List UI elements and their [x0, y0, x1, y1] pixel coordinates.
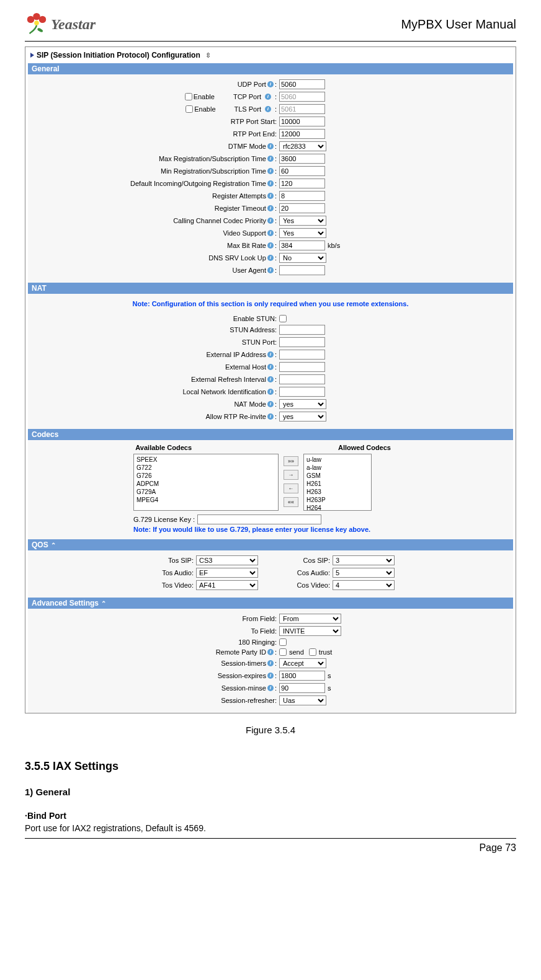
remove-button[interactable]: ←	[284, 483, 298, 493]
label: Enable STUN:	[233, 316, 277, 322]
video-select[interactable]: Yes	[279, 228, 326, 238]
codec-item[interactable]: G729A	[136, 488, 275, 496]
cos-sip-select[interactable]: 3	[333, 555, 395, 565]
adv-body: From Field:From To Field:INVITE 180 Ring…	[28, 609, 513, 713]
rpid-trust-checkbox[interactable]	[309, 648, 316, 656]
reg-att-input[interactable]	[279, 191, 325, 201]
from-field-select[interactable]: From	[279, 614, 341, 624]
codec-item[interactable]: a-law	[306, 464, 369, 472]
nat-bar: NAT	[28, 283, 513, 294]
ext-refresh-input[interactable]	[279, 374, 325, 384]
cos-video-select[interactable]: 4	[333, 580, 395, 590]
info-icon: i	[267, 660, 274, 666]
tos-video-select[interactable]: AF41	[196, 580, 258, 590]
row-sess-minse: Session-minsei:s	[34, 682, 507, 694]
label: Tos Video:	[146, 581, 196, 589]
local-net-input[interactable]	[279, 387, 325, 397]
label: Session-timers	[221, 660, 266, 667]
label: Cos Audio:	[283, 569, 333, 576]
flower-icon	[25, 12, 48, 36]
sess-refresh-select[interactable]: Uas	[279, 695, 326, 705]
codec-item[interactable]: MPEG4	[136, 496, 275, 504]
tos-sip-select[interactable]: CS3	[196, 555, 258, 565]
tcp-port-input[interactable]	[279, 92, 325, 102]
rtp-end-input[interactable]	[279, 129, 325, 139]
stun-addr-input[interactable]	[279, 325, 325, 335]
codec-item[interactable]: H264	[306, 504, 369, 512]
add-button[interactable]: →	[284, 470, 298, 480]
qos-bar: QOS⌃	[28, 539, 513, 550]
max-reg-input[interactable]	[279, 154, 325, 164]
label: STUN Address:	[230, 327, 277, 333]
tcp-enable-checkbox[interactable]	[185, 93, 192, 100]
info-icon: i	[265, 106, 271, 112]
codec-item[interactable]: SPEEX	[136, 456, 275, 464]
label: Local Network Identification	[182, 389, 266, 395]
tos-audio-select[interactable]: EF	[196, 568, 258, 578]
label: Calling Channel Codec Priority	[173, 218, 266, 224]
codec-item[interactable]: H261	[306, 480, 369, 488]
field-heading: ·Bind Port	[25, 811, 516, 821]
codec-item[interactable]: G722	[136, 464, 275, 472]
def-reg-input[interactable]	[279, 179, 325, 188]
ext-host-input[interactable]	[279, 362, 325, 372]
codec-item[interactable]: GSM	[306, 472, 369, 480]
info-icon: i	[267, 389, 274, 395]
sess-exp-input[interactable]	[279, 671, 325, 681]
user-agent-input[interactable]	[279, 265, 325, 275]
label: Max Bit Rate	[227, 242, 266, 249]
to-field-select[interactable]: INVITE	[279, 626, 341, 636]
codec-item[interactable]: G726	[136, 472, 275, 480]
row-stun-addr: STUN Address:	[34, 324, 507, 336]
label: Tos Audio:	[146, 569, 196, 576]
enable-label: Enable	[194, 106, 215, 113]
info-icon: i	[267, 267, 274, 273]
codec-item[interactable]: H263P	[306, 496, 369, 504]
dns-srv-select[interactable]: No	[279, 253, 326, 263]
tls-port-input[interactable]	[279, 104, 325, 114]
info-icon: i	[267, 685, 274, 691]
udp-port-input[interactable]	[279, 79, 325, 89]
cos-audio-select[interactable]: 5	[333, 568, 395, 578]
g729-key-input[interactable]	[197, 514, 321, 524]
label: DTMF Mode	[228, 143, 266, 150]
nat-mode-select[interactable]: yes	[279, 399, 326, 409]
codec-item[interactable]: ADPCM	[136, 480, 275, 488]
sess-minse-input[interactable]	[279, 683, 325, 693]
ext-ip-input[interactable]	[279, 350, 325, 360]
info-icon: i	[267, 673, 274, 679]
info-icon: i	[267, 242, 274, 249]
info-icon: i	[267, 413, 274, 420]
dtmf-select[interactable]: rfc2833	[279, 141, 326, 151]
tls-enable-checkbox[interactable]	[186, 105, 193, 113]
reg-to-input[interactable]	[279, 203, 325, 213]
subsection-heading: 1) General	[25, 787, 516, 797]
codec-pri-select[interactable]: Yes	[279, 216, 326, 226]
allowed-codecs-list[interactable]: u-law a-law GSM H261 H263 H263P H264	[303, 454, 372, 511]
stun-port-input[interactable]	[279, 337, 325, 347]
add-all-button[interactable]: »»	[284, 456, 298, 466]
row-stun-port: STUN Port:	[34, 336, 507, 348]
rtp-start-input[interactable]	[279, 117, 325, 126]
label: Remote Party ID	[216, 649, 266, 656]
min-reg-input[interactable]	[279, 166, 325, 176]
enable-stun-checkbox[interactable]	[279, 315, 287, 322]
ringing-checkbox[interactable]	[279, 638, 287, 646]
label: Session-refresher:	[221, 697, 277, 704]
info-icon: i	[267, 180, 274, 187]
label: RTP Port Start:	[231, 118, 277, 125]
sess-timers-select[interactable]: Accept	[279, 658, 326, 668]
row-reg-to: Register Timeouti:	[34, 202, 507, 214]
codec-note: Note: If you would like to use G.729, pl…	[34, 526, 507, 533]
available-codecs-list[interactable]: SPEEX G722 G726 ADPCM G729A MPEG4	[133, 454, 279, 511]
info-icon: i	[267, 401, 274, 407]
remove-all-button[interactable]: ««	[284, 497, 298, 507]
codec-item[interactable]: u-law	[306, 456, 369, 464]
row-def-reg: Default Incoming/Outgoing Registration T…	[34, 177, 507, 190]
rpid-send-checkbox[interactable]	[279, 648, 287, 656]
codec-item[interactable]: H263	[306, 488, 369, 496]
max-bit-input[interactable]	[279, 241, 325, 250]
label: TLS Port	[235, 106, 261, 113]
rtp-reinvite-select[interactable]: yes	[279, 412, 326, 422]
suffix: kb/s	[328, 242, 340, 249]
